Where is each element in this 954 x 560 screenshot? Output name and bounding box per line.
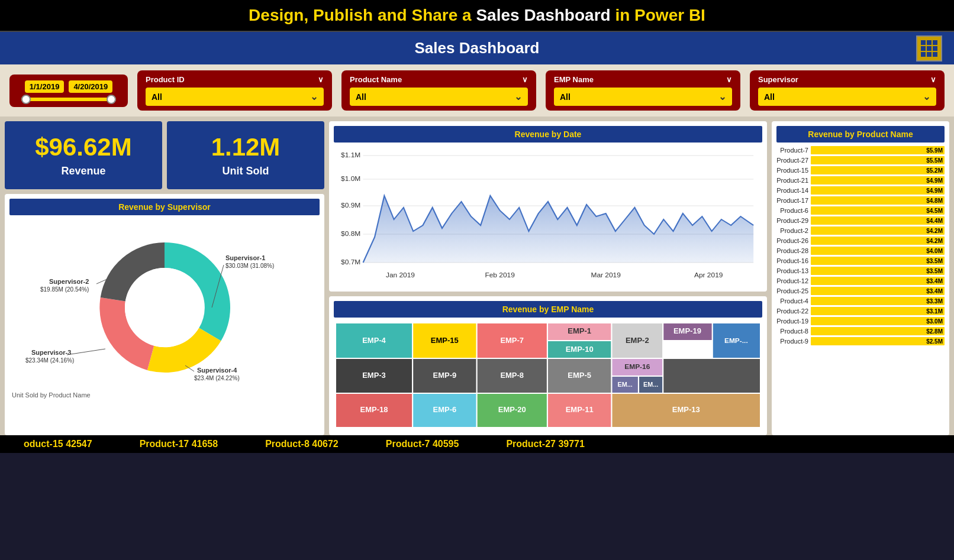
chevron-down-icon: ∨ [318, 75, 324, 84]
bar-item[interactable]: Product-21$4.9M [776, 176, 945, 184]
bar-track: $3.4M [811, 287, 945, 295]
chevron-icon: ⌄ [514, 91, 522, 102]
bar-item[interactable]: Product-29$4.4M [776, 216, 945, 225]
slider-thumb-right[interactable] [107, 95, 116, 104]
supervisor-2-value: $19.85M (20.54%) [40, 286, 89, 293]
revenue-emp-card: Revenue by EMP Name EMP-4 EMP-15 EMP-7 E… [329, 296, 767, 435]
bar-label: Product-2 [776, 227, 811, 234]
product-name-select[interactable]: All ⌄ [350, 88, 528, 106]
product-id-select[interactable]: All ⌄ [146, 88, 324, 106]
bar-label: Product-7 [776, 147, 811, 154]
kpi-row: $96.62M Revenue 1.12M Unit Sold [5, 121, 324, 189]
bar-track: $3.3M [811, 297, 945, 305]
svg-text:EM...: EM... [643, 381, 658, 388]
bar-item[interactable]: Product-27$5.5M [776, 156, 945, 164]
bar-label: Product-28 [776, 247, 811, 254]
bar-item[interactable]: Product-7$5.9M [776, 146, 945, 154]
bar-value: $4.9M [926, 187, 943, 194]
chevron-down-icon: ∨ [726, 75, 732, 84]
supervisor-chart-card: Revenue by Supervisor [5, 194, 324, 435]
bar-track: $5.9M [811, 146, 945, 154]
supervisor-donut-svg: Supervisor-1 $30.03M (31.08%) Supervisor… [20, 219, 310, 390]
x-label-4: Apr 2019 [694, 271, 723, 279]
bar-track: $5.2M [811, 166, 945, 174]
bar-label: Product-9 [776, 338, 811, 345]
bar-item[interactable]: Product-22$3.1M [776, 307, 945, 315]
bar-item[interactable]: Product-13$3.5M [776, 267, 945, 275]
chevron-icon: ⌄ [310, 91, 318, 102]
date-slider[interactable] [21, 98, 116, 101]
bar-item[interactable]: Product-9$2.5M [776, 337, 945, 345]
x-label-2: Feb 2019 [485, 271, 514, 279]
bar-label: Product-17 [776, 197, 811, 204]
supervisor-1-label: Supervisor-1 [225, 254, 265, 261]
bar-label: Product-15 [776, 167, 811, 174]
supervisor-1-value: $30.03M (31.08%) [225, 263, 274, 269]
product-bar-title: Revenue by Product Name [776, 126, 945, 143]
grid-icon [916, 35, 942, 61]
supervisor-filter: Supervisor ∨ All ⌄ [750, 70, 945, 111]
bar-label: Product-16 [776, 257, 811, 264]
bar-track: $4.0M [811, 247, 945, 255]
bar-label: Product-22 [776, 307, 811, 315]
right-column: Revenue by Product Name Product-7$5.9MPr… [772, 121, 949, 435]
svg-text:EMP-...: EMP-... [724, 337, 748, 344]
middle-column: Revenue by Date $1.1M $1.0M $0.9M $0.8M … [329, 121, 767, 435]
bar-item[interactable]: Product-2$4.2M [776, 226, 945, 235]
ticker-item-3: Product-7 40595 [362, 439, 483, 449]
left-column: $96.62M Revenue 1.12M Unit Sold Revenue … [5, 121, 324, 435]
bar-item[interactable]: Product-12$3.4M [776, 277, 945, 285]
emp-name-filter: EMP Name ∨ All ⌄ [546, 70, 740, 111]
product-name-filter: Product Name ∨ All ⌄ [341, 70, 536, 111]
date-end: 4/20/2019 [69, 80, 112, 93]
svg-text:EMP-20: EMP-20 [498, 406, 526, 413]
bar-label: Product-4 [776, 297, 811, 305]
bar-item[interactable]: Product-16$3.5M [776, 257, 945, 265]
svg-text:EMP-8: EMP-8 [500, 371, 524, 379]
supervisor-4-label: Supervisor-4 [197, 367, 237, 374]
bar-item[interactable]: Product-28$4.0M [776, 247, 945, 255]
bar-value: $3.4M [926, 288, 943, 294]
bar-item[interactable]: Product-17$4.8M [776, 196, 945, 205]
bar-value: $4.4M [926, 218, 943, 224]
bar-track: $3.5M [811, 257, 945, 265]
emp-treemap[interactable]: EMP-4 EMP-15 EMP-7 EMP-1 EMP-10 EMP-2 [336, 323, 760, 427]
bar-item[interactable]: Product-25$3.4M [776, 287, 945, 295]
x-label-3: Mar 2019 [591, 271, 620, 279]
date-start: 1/1/2019 [25, 80, 65, 93]
bar-item[interactable]: Product-8$2.8M [776, 327, 945, 335]
slider-thumb-left[interactable] [21, 95, 31, 104]
bar-item[interactable]: Product-15$5.2M [776, 166, 945, 174]
bar-value: $3.5M [926, 268, 943, 274]
emp-combined[interactable] [663, 359, 760, 393]
chevron-icon: ⌄ [923, 91, 930, 102]
svg-text:EMP-9: EMP-9 [433, 371, 456, 379]
bar-label: Product-25 [776, 287, 811, 294]
supervisor-chart-title: Revenue by Supervisor [9, 199, 320, 215]
ticker-item-4: Product-27 39771 [482, 439, 608, 449]
ticker-item-1: Product-17 41658 [116, 439, 242, 449]
bottom-label: Unit Sold by Product Name [9, 390, 320, 400]
product-bars-container: Product-7$5.9MProduct-27$5.5MProduct-15$… [776, 146, 945, 345]
units-kpi: 1.12M Unit Sold [167, 121, 324, 189]
product-id-filter: Product ID ∨ All ⌄ [137, 70, 332, 111]
bar-value: $3.4M [926, 278, 943, 284]
bar-item[interactable]: Product-4$3.3M [776, 297, 945, 305]
bar-item[interactable]: Product-26$4.2M [776, 237, 945, 245]
emp-name-select[interactable]: All ⌄ [554, 88, 732, 106]
y-label-2: $1.0M [341, 175, 360, 182]
revenue-date-chart: $1.1M $1.0M $0.9M $0.8M $0.7M [336, 148, 760, 284]
bar-track: $2.8M [811, 327, 945, 335]
bar-item[interactable]: Product-6$4.5M [776, 206, 945, 215]
bar-value: $5.2M [926, 167, 943, 174]
date-filter[interactable]: 1/1/2019 4/20/2019 [9, 75, 128, 107]
supervisor-select[interactable]: All ⌄ [758, 88, 936, 106]
bar-item[interactable]: Product-14$4.9M [776, 186, 945, 195]
y-label-1: $1.1M [341, 151, 360, 158]
svg-text:EM...: EM... [618, 381, 633, 388]
bar-value: $4.9M [926, 177, 943, 184]
bar-value: $4.2M [926, 238, 943, 244]
bar-track: $4.9M [811, 186, 945, 195]
bar-item[interactable]: Product-19$3.0M [776, 317, 945, 325]
bar-value: $3.3M [926, 298, 943, 305]
